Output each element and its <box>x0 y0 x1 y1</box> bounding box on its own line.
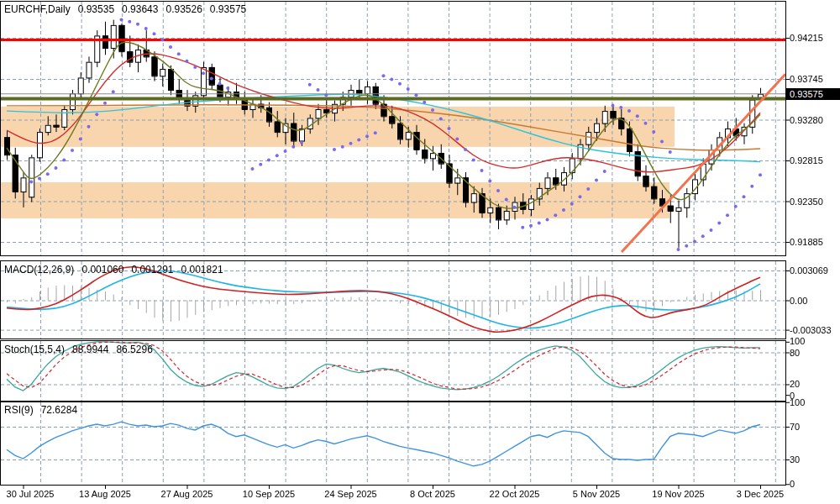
symbol-period-label: EURCHF,Daily <box>4 3 71 15</box>
ohlc-close: 0.93575 <box>210 3 246 15</box>
price-axis-label: 0.93745 <box>790 74 823 84</box>
date-axis-label: 5 Nov 2025 <box>573 489 620 499</box>
rsi-value-1: 72.6284 <box>41 404 77 416</box>
rsi-axis-label: 100 <box>790 397 805 407</box>
ohlc-open: 0.93535 <box>78 3 114 15</box>
stoch-value-1: 88.9944 <box>72 344 108 355</box>
macd-value-3: 0.001821 <box>181 264 223 276</box>
price-axis-label: 0.92350 <box>790 197 823 207</box>
date-axis-label: 30 Jul 2025 <box>7 489 55 499</box>
rsi-indicator-label: RSI(9) 72.6284 <box>4 404 77 416</box>
price-axis-label: 0.92815 <box>790 155 823 165</box>
macd-axis-label: 0.003069 <box>790 265 828 276</box>
chart-canvas[interactable] <box>0 0 840 504</box>
macd-axis-label: -0.003033 <box>790 325 832 335</box>
price-axis-label: 0.94215 <box>790 33 823 43</box>
stoch-axis-label: 100 <box>790 336 805 346</box>
ohlc-high: 0.93643 <box>122 3 158 15</box>
current-price-label: 0.93575 <box>786 88 840 100</box>
macd-value-1: 0.001060 <box>81 264 123 276</box>
stoch-axis-label: 20 <box>790 379 800 389</box>
rsi-axis-label: 0 <box>790 479 795 489</box>
rsi-axis-label: 30 <box>790 454 800 465</box>
date-axis-label: 10 Sep 2025 <box>243 489 295 499</box>
rsi-name: RSI(9) <box>4 404 34 416</box>
macd-value-2: 0.001291 <box>131 264 173 276</box>
date-axis-label: 27 Aug 2025 <box>161 489 213 499</box>
date-axis-label: 19 Nov 2025 <box>652 489 704 499</box>
macd-axis-label: 0.00 <box>790 296 807 306</box>
chart-title: EURCHF,Daily 0.93535 0.93643 0.93526 0.9… <box>4 3 246 15</box>
trading-chart-window: EURCHF,Daily 0.93535 0.93643 0.93526 0.9… <box>0 0 840 504</box>
date-axis-label: 13 Aug 2025 <box>79 489 131 499</box>
stoch-value-2: 86.5296 <box>116 344 152 355</box>
price-axis-label: 0.91885 <box>790 237 823 247</box>
stoch-axis-label: 80 <box>790 348 800 358</box>
macd-indicator-label: MACD(12,26,9) 0.001060 0.001291 0.001821 <box>4 264 223 276</box>
macd-name: MACD(12,26,9) <box>4 264 74 276</box>
ohlc-low: 0.93526 <box>165 3 202 15</box>
date-axis-label: 3 Dec 2025 <box>737 489 784 499</box>
date-axis-label: 8 Oct 2025 <box>410 489 455 499</box>
stoch-name: Stoch(15,5,4) <box>4 344 65 355</box>
price-axis-label: 0.93280 <box>790 115 823 125</box>
stoch-indicator-label: Stoch(15,5,4) 88.9944 86.5296 <box>4 344 153 355</box>
date-axis-label: 24 Sep 2025 <box>324 489 376 499</box>
rsi-axis-label: 70 <box>790 422 800 432</box>
date-axis-label: 22 Oct 2025 <box>490 489 540 499</box>
